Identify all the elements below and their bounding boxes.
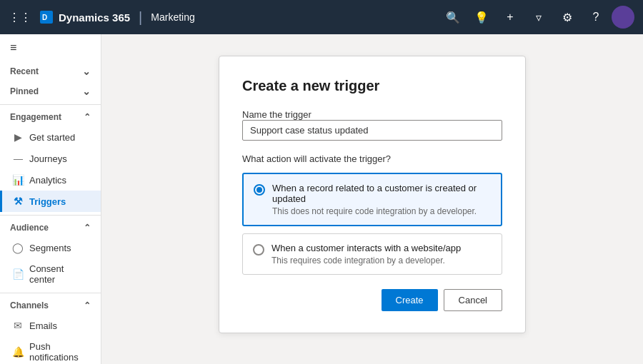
radio-dot-1	[256, 187, 262, 193]
emails-label: Emails	[29, 320, 57, 331]
analytics-icon: 📊	[12, 174, 24, 186]
push-notifications-label: Push notifications	[29, 341, 91, 363]
option2-sublabel: This requires code integration by a deve…	[271, 256, 461, 266]
create-trigger-dialog: Create a new trigger Name the trigger Wh…	[219, 56, 526, 333]
divider-1	[0, 104, 101, 105]
search-button[interactable]: 🔍	[440, 4, 466, 30]
sidebar-item-get-started[interactable]: ▶ Get started	[0, 126, 101, 148]
pinned-chevron-icon	[82, 86, 91, 97]
consent-icon: 📄	[12, 268, 24, 280]
user-avatar[interactable]	[612, 6, 634, 29]
divider-2	[0, 215, 101, 216]
option2-content: When a customer interacts with a website…	[271, 243, 461, 266]
sidebar-item-analytics[interactable]: 📊 Analytics	[0, 169, 101, 191]
nav-divider: |	[139, 9, 142, 26]
channels-label: Channels	[10, 300, 49, 310]
pinned-section-header[interactable]: Pinned	[0, 81, 101, 101]
help-button[interactable]: ?	[583, 4, 609, 30]
option-website-app[interactable]: When a customer interacts with a website…	[242, 233, 502, 275]
channels-section-header[interactable]: Channels	[0, 296, 101, 315]
radio-circle-2	[253, 244, 264, 256]
radio-circle-1	[254, 184, 265, 196]
sidebar-item-emails[interactable]: ✉ Emails	[0, 315, 101, 336]
dialog-title: Create a new trigger	[242, 78, 502, 94]
option1-content: When a record related to a customer is c…	[272, 183, 491, 216]
option1-label: When a record related to a customer is c…	[272, 183, 491, 204]
main-content: Create a new trigger Name the trigger Wh…	[101, 34, 643, 364]
create-button[interactable]: Create	[382, 289, 438, 311]
get-started-label: Get started	[29, 132, 75, 143]
channels-chevron-icon	[84, 300, 91, 310]
topnav-actions: 🔍 💡 + ▿ ⚙ ?	[440, 4, 634, 30]
segments-icon: ◯	[12, 242, 24, 253]
action-question: What action will activate the trigger?	[242, 153, 502, 164]
main-layout: ≡ Recent Pinned Engagement ▶ Get started…	[0, 34, 643, 364]
pinned-label: Pinned	[10, 86, 39, 96]
trigger-name-input[interactable]	[242, 120, 502, 141]
sidebar-item-triggers[interactable]: ⚒ Triggers	[0, 191, 101, 212]
settings-button[interactable]: ⚙	[554, 4, 580, 30]
consent-center-label: Consent center	[29, 263, 91, 285]
sidebar-item-segments[interactable]: ◯ Segments	[0, 237, 101, 258]
divider-3	[0, 293, 101, 293]
sidebar: ≡ Recent Pinned Engagement ▶ Get started…	[0, 34, 101, 364]
triggers-icon: ⚒	[12, 196, 24, 207]
recent-section-header[interactable]: Recent	[0, 61, 101, 81]
sidebar-item-consent-center[interactable]: 📄 Consent center	[0, 258, 101, 290]
emails-icon: ✉	[12, 320, 24, 331]
name-field-label: Name the trigger	[242, 109, 311, 120]
recent-label: Recent	[10, 66, 39, 76]
audience-section-header[interactable]: Audience	[0, 218, 101, 237]
get-started-icon: ▶	[12, 131, 24, 143]
module-name: Marketing	[151, 11, 194, 23]
lightbulb-button[interactable]: 💡	[469, 4, 494, 30]
grid-icon[interactable]: ⋮⋮	[9, 11, 31, 24]
recent-chevron-icon	[82, 66, 91, 77]
segments-label: Segments	[29, 243, 71, 253]
d365-logo-icon: D	[40, 11, 53, 24]
journeys-icon: ⸻	[12, 153, 24, 164]
option1-sublabel: This does not require code integration b…	[272, 206, 491, 216]
sidebar-item-journeys[interactable]: ⸻ Journeys	[0, 148, 101, 169]
svg-text:D: D	[42, 14, 47, 21]
sidebar-item-push-notifications[interactable]: 🔔 Push notifications	[0, 336, 101, 364]
audience-chevron-icon	[84, 223, 91, 233]
triggers-label: Triggers	[29, 196, 66, 207]
engagement-label: Engagement	[10, 112, 61, 122]
filter-button[interactable]: ▿	[526, 4, 552, 30]
dialog-actions: Create Cancel	[242, 289, 502, 311]
app-name: Dynamics 365	[59, 11, 130, 24]
top-navigation: ⋮⋮ D Dynamics 365 | Marketing 🔍 💡 + ▿ ⚙ …	[0, 0, 643, 34]
app-logo: D Dynamics 365	[40, 11, 130, 24]
option-record-created-updated[interactable]: When a record related to a customer is c…	[242, 173, 502, 226]
hamburger-menu[interactable]: ≡	[0, 34, 101, 61]
audience-label: Audience	[10, 223, 49, 233]
engagement-section-header[interactable]: Engagement	[0, 108, 101, 126]
add-button[interactable]: +	[497, 4, 523, 30]
cancel-button[interactable]: Cancel	[444, 289, 502, 311]
engagement-chevron-icon	[84, 112, 91, 122]
push-notifications-icon: 🔔	[12, 346, 24, 358]
journeys-label: Journeys	[29, 153, 67, 164]
analytics-label: Analytics	[29, 175, 66, 186]
option2-label: When a customer interacts with a website…	[271, 243, 461, 253]
